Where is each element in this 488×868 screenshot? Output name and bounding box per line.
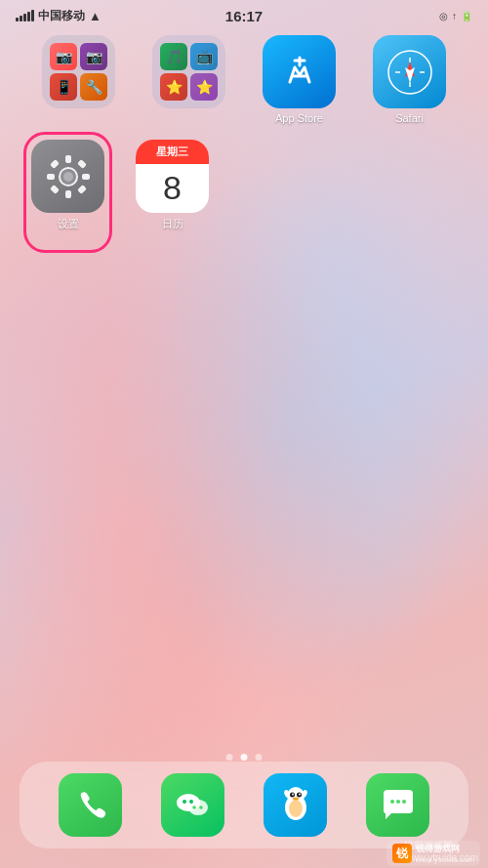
calendar-item[interactable]: 星期三 8 日历	[136, 140, 209, 231]
svg-point-38	[396, 800, 400, 804]
svg-point-20	[63, 172, 73, 182]
status-left: 中国移动 ▲	[16, 8, 102, 24]
folder-1-item[interactable]: 📷 📷 📱 🔧	[42, 35, 115, 124]
svg-rect-11	[65, 155, 71, 163]
folder2-mini-1: 🎵	[160, 43, 187, 70]
qq-svg	[276, 786, 315, 825]
dock-messages-icon[interactable]	[366, 773, 429, 837]
svg-rect-17	[50, 185, 60, 194]
dock-wechat-item[interactable]	[161, 773, 224, 837]
svg-point-32	[299, 793, 301, 795]
dock-messages-item[interactable]	[366, 773, 429, 837]
settings-item[interactable]: 设置	[31, 140, 104, 231]
folder-mini-1: 📷	[50, 43, 77, 70]
page-dot-3	[256, 754, 263, 761]
dock-qq-item[interactable]	[264, 773, 327, 837]
folder-1-icon[interactable]: 📷 📷 📱 🔧	[42, 35, 115, 108]
settings-label: 设置	[58, 217, 79, 231]
folder2-mini-3: ⭐	[160, 73, 187, 101]
carrier-label: 中国移动	[38, 8, 85, 24]
calendar-header-day: 星期三	[136, 140, 209, 164]
signal-bar-5	[31, 10, 34, 21]
wifi-icon: ▲	[89, 9, 102, 23]
svg-point-37	[390, 800, 394, 804]
signal-bar-2	[20, 16, 22, 21]
dock-phone-item[interactable]	[59, 773, 122, 837]
appstore-icon[interactable]	[263, 35, 336, 108]
safari-svg	[384, 46, 436, 99]
calendar-app-icon[interactable]: 星期三 8	[136, 140, 209, 213]
folder-mini-3: 📱	[50, 73, 77, 101]
site-name: 锐得游戏网	[416, 843, 474, 855]
status-right: ◎ ↑ 🔋	[439, 11, 472, 21]
dock-phone-icon[interactable]	[59, 773, 122, 837]
svg-point-39	[402, 800, 406, 804]
time-display: 16:17	[225, 8, 263, 24]
signal-bar-1	[16, 18, 19, 21]
svg-rect-14	[82, 174, 90, 180]
calendar-label: 日历	[162, 217, 183, 231]
status-bar: 中国移动 ▲ 16:17 ◎ ↑ 🔋	[0, 0, 488, 27]
messages-svg	[380, 787, 417, 824]
folder2-mini-4: ⭐	[190, 73, 218, 101]
site-info: 锐得游戏网 www.ytruida.com	[416, 843, 474, 864]
appstore-label: App Store	[275, 112, 323, 124]
settings-app-icon[interactable]	[31, 140, 104, 213]
svg-point-26	[199, 806, 203, 809]
page-dots	[226, 754, 263, 761]
appstore-svg	[275, 48, 324, 97]
site-logo: 锐	[392, 844, 412, 863]
home-screen: 📷 📷 📱 🔧 🎵 📺 ⭐ ⭐	[0, 27, 488, 231]
watermark-container: 锐 锐得游戏网 www.ytruida.com	[386, 841, 480, 866]
phone-svg	[73, 788, 108, 823]
page-dot-2	[241, 754, 248, 761]
svg-point-23	[183, 800, 186, 804]
safari-icon[interactable]	[373, 35, 446, 108]
wechat-svg	[174, 786, 213, 825]
svg-point-34	[289, 800, 303, 817]
signal-bars	[16, 10, 34, 21]
folder-mini-2: 📷	[80, 43, 107, 70]
dock-wechat-icon[interactable]	[161, 773, 224, 837]
safari-item[interactable]: Safari	[373, 35, 446, 124]
location-icon: ◎	[439, 11, 448, 21]
folder-2-item[interactable]: 🎵 📺 ⭐ ⭐	[152, 35, 225, 124]
dock	[20, 762, 468, 848]
site-url: www.ytruida.com	[416, 855, 474, 864]
page-dot-1	[226, 754, 233, 761]
svg-rect-13	[47, 174, 55, 180]
app-row-2: 设置 星期三 8 日历	[20, 140, 468, 231]
folder-mini-4: 🔧	[80, 73, 107, 101]
svg-point-31	[292, 793, 294, 795]
site-watermark: 锐 锐得游戏网 www.ytruida.com	[386, 841, 480, 866]
app-row-1: 📷 📷 📱 🔧 🎵 📺 ⭐ ⭐	[20, 35, 468, 124]
calendar-day-number: 8	[136, 164, 209, 212]
svg-rect-12	[65, 190, 71, 198]
signal-bar-4	[27, 12, 30, 21]
settings-gear-svg	[43, 151, 94, 202]
svg-rect-15	[50, 159, 60, 169]
arrow-up-icon: ↑	[452, 11, 457, 21]
svg-rect-16	[77, 159, 87, 169]
signal-bar-3	[23, 14, 26, 21]
safari-label: Safari	[395, 112, 424, 124]
folder2-mini-2: 📺	[190, 43, 218, 70]
appstore-item[interactable]: App Store	[263, 35, 336, 124]
folder-2-icon[interactable]: 🎵 📺 ⭐ ⭐	[152, 35, 225, 108]
dock-qq-icon[interactable]	[264, 773, 327, 837]
svg-point-25	[192, 806, 196, 809]
battery-icon: 🔋	[461, 11, 472, 21]
svg-point-24	[189, 800, 193, 804]
svg-rect-18	[77, 185, 87, 194]
